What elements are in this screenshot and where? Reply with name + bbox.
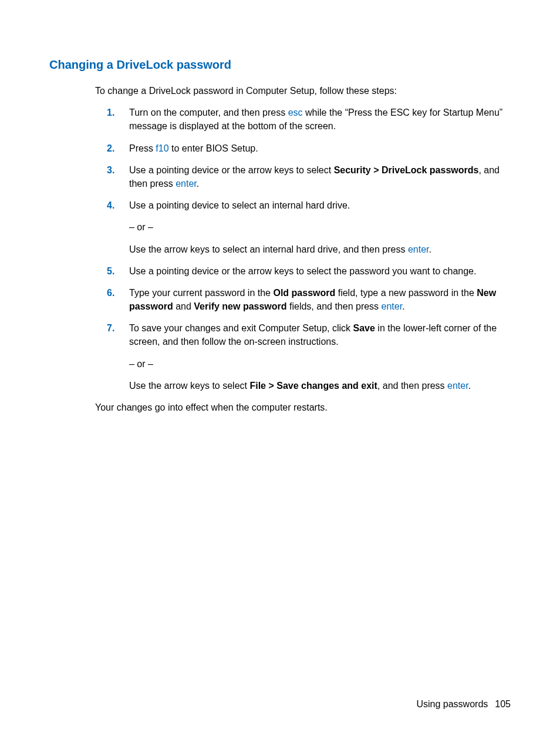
step-text: Use a pointing device or the arrow keys …: [129, 266, 476, 276]
step-1: Turn on the computer, and then press esc…: [107, 106, 511, 133]
key-esc: esc: [288, 107, 303, 117]
step-2: Press f10 to enter BIOS Setup.: [107, 142, 511, 155]
page-footer: Using passwords105: [416, 697, 511, 711]
step-text: .: [429, 244, 431, 254]
step-text: field, type a new password in the: [335, 288, 477, 298]
footer-page-number: 105: [495, 699, 511, 709]
step-text: and: [173, 301, 194, 311]
step-4: Use a pointing device to select an inter…: [107, 199, 511, 256]
step-text: Use the arrow keys to select an internal…: [129, 244, 408, 254]
step-text: .: [468, 381, 471, 391]
footer-section: Using passwords: [416, 699, 488, 709]
section-heading: Changing a DriveLock password: [49, 56, 511, 73]
step-text: To save your changes and exit Computer S…: [129, 323, 353, 333]
step-6: Type your current password in the Old pa…: [107, 286, 511, 313]
step-text: Type your current password in the: [129, 288, 273, 298]
step-7: To save your changes and exit Computer S…: [107, 321, 511, 392]
step-text: Press: [129, 143, 156, 153]
step-5: Use a pointing device or the arrow keys …: [107, 264, 511, 278]
bold-save: Save: [353, 323, 375, 333]
key-enter: enter: [382, 301, 403, 311]
step-text: .: [402, 301, 404, 311]
bold-verify-new-password: Verify new password: [194, 301, 286, 311]
step-text: fields, and then press: [287, 301, 382, 311]
closing-paragraph: Your changes go into effect when the com…: [95, 401, 511, 414]
step-text: Use a pointing device to select an inter…: [129, 200, 350, 210]
step-text: Turn on the computer, and then press: [129, 107, 288, 117]
steps-list: Turn on the computer, and then press esc…: [107, 106, 511, 392]
key-enter: enter: [176, 179, 197, 189]
step-text: Use the arrow keys to select: [129, 381, 249, 391]
bold-file-path: File > Save changes and exit: [249, 381, 377, 391]
intro-paragraph: To change a DriveLock password in Comput…: [95, 84, 511, 98]
step-text: to enter BIOS Setup.: [169, 143, 258, 153]
or-separator: – or –: [129, 220, 511, 234]
step-text: , and then press: [377, 381, 447, 391]
key-enter: enter: [408, 244, 429, 254]
step-text: .: [197, 179, 199, 189]
step-text: Use a pointing device or the arrow keys …: [129, 165, 334, 175]
step-3: Use a pointing device or the arrow keys …: [107, 163, 511, 190]
or-separator: – or –: [129, 357, 511, 371]
bold-security-path: Security > DriveLock passwords: [334, 165, 479, 175]
key-f10: f10: [156, 143, 168, 153]
bold-old-password: Old password: [273, 288, 335, 298]
key-enter: enter: [447, 381, 468, 391]
